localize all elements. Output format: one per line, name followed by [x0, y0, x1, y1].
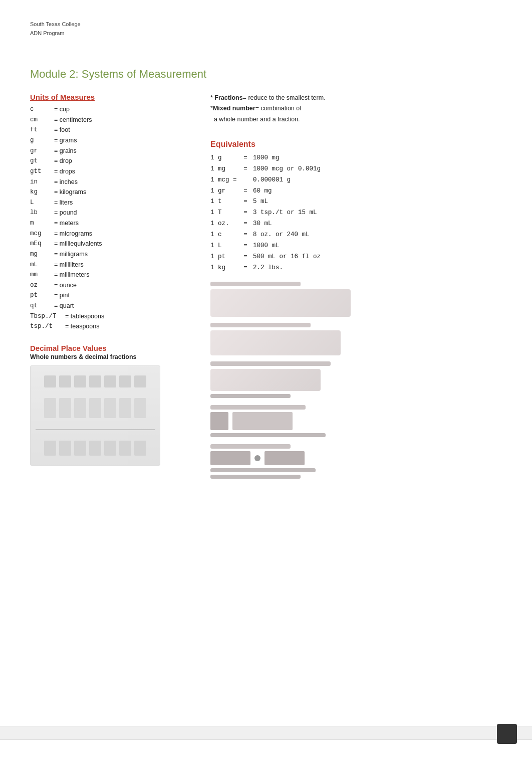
- table-row: qt = quart: [30, 301, 190, 311]
- table-row: 1 mcg = 0.000001 g: [210, 175, 502, 186]
- units-table: c = cup cm = centimeters ft = foot g = g…: [30, 104, 190, 332]
- table-row: mg = milligrams: [30, 249, 190, 260]
- module-title: Module 2: Systems of Measurement: [30, 68, 502, 84]
- fractions-line2: *Mixed number= combination of: [210, 103, 502, 114]
- equivalents-table: 1 g = 1000 mg 1 mg = 1000 mcg or 0.001g …: [210, 153, 502, 274]
- table-row: mcg = micrograms: [30, 229, 190, 239]
- table-row: 1 c = 8 oz. or 240 mL: [210, 230, 502, 241]
- table-row: g = grams: [30, 135, 190, 146]
- right-bottom-blurred: [210, 282, 502, 479]
- page-wrapper: South Texas College ADN Program Module 2…: [0, 0, 532, 511]
- table-row: tsp./t = teaspoons: [30, 321, 190, 332]
- table-row: oz = ounce: [30, 280, 190, 291]
- units-section-title: Units of Measures: [30, 93, 190, 101]
- header-info: South Texas College ADN Program: [30, 20, 502, 38]
- table-row: 1 T = 3 tsp./t or 15 mL: [210, 208, 502, 219]
- fractions-line3: a whole number and a fraction.: [210, 114, 502, 125]
- table-row: cm = centimeters: [30, 115, 190, 125]
- header-line1: South Texas College: [30, 20, 502, 29]
- blurred-block-4: [210, 405, 502, 437]
- fractions-note: * Fractions= reduce to the smallest term…: [210, 93, 502, 125]
- decimal-section: Decimal Place Values Whole numbers & dec…: [30, 344, 190, 466]
- table-row: c = cup: [30, 104, 190, 115]
- table-row: 1 L = 1000 mL: [210, 241, 502, 252]
- table-row: Tbsp./T = tablespoons: [30, 311, 190, 322]
- table-row: ft = foot: [30, 125, 190, 135]
- table-row: gtt = drops: [30, 166, 190, 177]
- table-row: L = liters: [30, 198, 190, 208]
- footer-bar: [0, 726, 532, 740]
- table-row: kg = kilograms: [30, 187, 190, 198]
- table-row: 1 oz. = 30 mL: [210, 219, 502, 230]
- equivalents-title: Equivalents: [210, 140, 502, 149]
- blurred-block-3: [210, 361, 502, 398]
- blurred-block-1: [210, 282, 502, 317]
- table-row: gt = drop: [30, 156, 190, 166]
- table-row: lb = pound: [30, 208, 190, 218]
- table-row: in = inches: [30, 177, 190, 187]
- left-column: Units of Measures c = cup cm = centimete…: [30, 93, 190, 466]
- footer-button[interactable]: [497, 724, 517, 744]
- table-row: 1 kg = 2.2 lbs.: [210, 263, 502, 274]
- table-row: m = meters: [30, 218, 190, 229]
- table-row: 1 t = 5 mL: [210, 197, 502, 208]
- table-row: 1 g = 1000 mg: [210, 153, 502, 164]
- table-row: 1 mg = 1000 mcg or 0.001g: [210, 164, 502, 175]
- blurred-block-2: [210, 323, 502, 355]
- equivalents-section: Equivalents 1 g = 1000 mg 1 mg = 1000 mc…: [210, 140, 502, 479]
- main-content: Units of Measures c = cup cm = centimete…: [30, 93, 502, 481]
- table-row: 1 gr = 60 mg: [210, 186, 502, 197]
- table-row: mL = milliliters: [30, 260, 190, 270]
- blurred-block-5: [210, 444, 502, 479]
- decimal-chart-placeholder: [30, 365, 160, 466]
- table-row: mEq = milliequivalents: [30, 239, 190, 249]
- table-row: 1 pt = 500 mL or 16 fl oz: [210, 252, 502, 263]
- right-column: * Fractions= reduce to the smallest term…: [210, 93, 502, 481]
- table-row: gr = grains: [30, 146, 190, 156]
- header-line2: ADN Program: [30, 29, 502, 38]
- decimal-section-title: Decimal Place Values: [30, 344, 190, 352]
- table-row: mm = millimeters: [30, 270, 190, 280]
- fractions-line1: * Fractions= reduce to the smallest term…: [210, 93, 502, 103]
- decimal-subtitle: Whole numbers & decimal fractions: [30, 353, 190, 360]
- table-row: pt = pint: [30, 290, 190, 301]
